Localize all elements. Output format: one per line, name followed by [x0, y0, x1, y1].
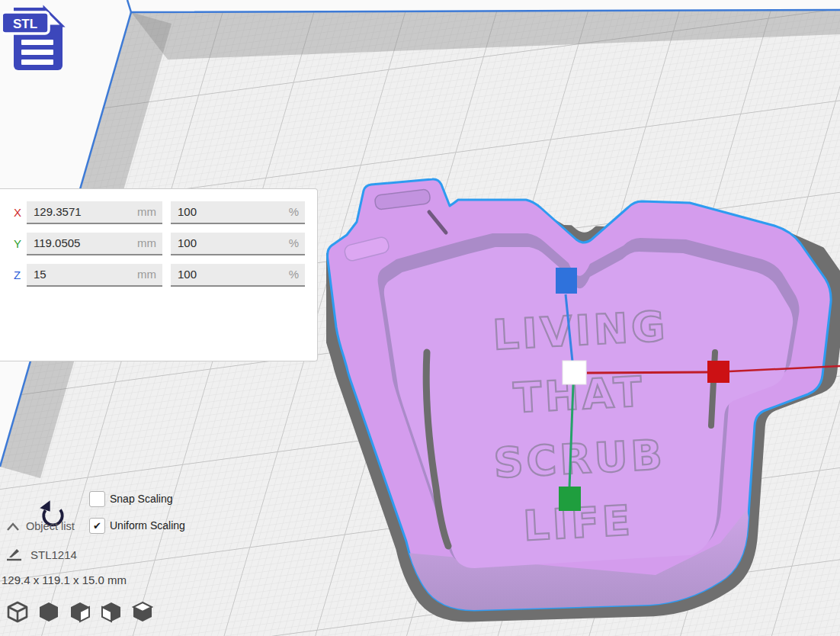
mold-text-line3: SCRUB	[492, 431, 666, 488]
build-volume-edge	[127, 0, 840, 12]
stl-label: STL	[13, 17, 37, 31]
view-right-icon[interactable]	[131, 601, 154, 624]
x-axis-line	[587, 372, 708, 373]
mold-text-line1: LIVING	[492, 302, 669, 359]
z-percent-value: 100	[178, 268, 197, 281]
y-percent-unit: %	[289, 236, 299, 249]
axis-label-z: Z	[14, 268, 26, 281]
y-percent-value: 100	[178, 236, 197, 249]
x-percent-value: 100	[178, 205, 197, 218]
scale-handle-x[interactable]	[707, 361, 729, 383]
view-top-icon[interactable]	[69, 601, 91, 624]
object-item-name: STL1214	[30, 548, 77, 561]
uniform-scaling-checkbox[interactable]: ✔	[89, 518, 105, 534]
x-size-unit: mm	[137, 205, 156, 218]
z-size-unit: mm	[137, 268, 156, 281]
chevron-up-icon[interactable]	[6, 522, 20, 532]
y-percent-input[interactable]: 100 %	[171, 233, 305, 255]
view-left-icon[interactable]	[100, 601, 123, 624]
z-percent-input[interactable]: 100 %	[171, 264, 305, 287]
y-size-input[interactable]: 119.0505 mm	[27, 233, 162, 255]
view-3d-icon[interactable]	[6, 601, 29, 624]
scale-row-x: X 129.3571 mm 100 %	[0, 201, 317, 224]
check-icon: ✔	[93, 520, 101, 532]
scale-handle-y[interactable]	[559, 487, 581, 511]
object-list-label: Object list	[26, 520, 75, 532]
scale-handle-center[interactable]	[563, 361, 586, 384]
model-dimensions-label: 129.4 x 119.1 x 15.0 mm	[2, 573, 127, 586]
camera-view-toolbar	[6, 601, 154, 625]
view-front-icon[interactable]	[37, 601, 60, 624]
scale-row-y: Y 119.0505 mm 100 %	[0, 233, 317, 255]
axis-label-y: Y	[14, 237, 26, 250]
snap-scaling-label: Snap Scaling	[110, 493, 173, 505]
axis-label-x: X	[14, 206, 26, 219]
z-size-input[interactable]: 15 mm	[27, 264, 162, 287]
stl-file-icon: STL	[3, 2, 70, 75]
x-size-value: 129.3571	[34, 205, 82, 218]
solid-object-icon	[6, 546, 24, 563]
snap-scaling-checkbox[interactable]	[89, 491, 105, 507]
x-percent-unit: %	[289, 205, 299, 218]
y-size-value: 119.0505	[34, 236, 80, 249]
scale-handle-z[interactable]	[556, 268, 577, 294]
z-percent-unit: %	[289, 268, 299, 281]
uniform-scaling-label: Uniform Scaling	[110, 519, 185, 532]
x-size-input[interactable]: 129.3571 mm	[27, 201, 162, 224]
document-icon: STL	[3, 2, 70, 75]
x-percent-input[interactable]: 100 %	[171, 201, 305, 224]
slicer-app-window: { "file_icon": { "label": "STL" }, "scal…	[0, 0, 840, 636]
scale-tool-panel: X 129.3571 mm 100 % Y 119.0505 mm 100 % …	[0, 188, 318, 361]
z-size-value: 15	[34, 268, 46, 281]
scale-row-z: Z 15 mm 100 %	[0, 264, 317, 287]
y-size-unit: mm	[137, 236, 156, 249]
